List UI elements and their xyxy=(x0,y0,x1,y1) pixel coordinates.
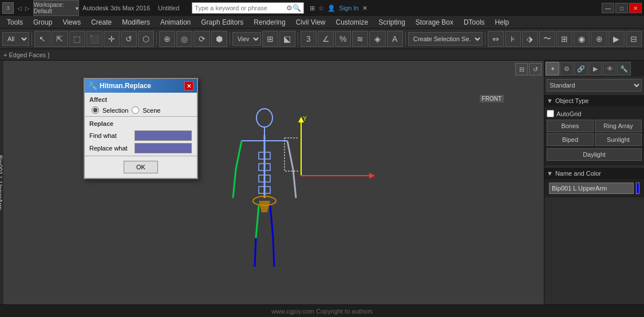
mirror-tool[interactable]: ⬕ xyxy=(279,31,295,47)
viewport-maximize-btn[interactable]: ⊟ xyxy=(515,63,528,76)
sign-in-link[interactable]: Sign In xyxy=(339,5,358,11)
menu-dtools[interactable]: DTools xyxy=(459,17,489,27)
search-options-icon[interactable]: ⊞ xyxy=(310,5,315,12)
angle-snap-tool[interactable]: ∠ xyxy=(318,31,334,47)
autogrid-checkbox[interactable] xyxy=(547,110,554,117)
hierarchy-tab[interactable]: 🔗 xyxy=(574,62,588,76)
viewport[interactable]: ⊟ ↺ FRONT Y xyxy=(3,61,544,304)
name-color-header[interactable]: ▼ Name and Color xyxy=(544,168,644,179)
scale-tool[interactable]: ⬡ xyxy=(138,31,154,47)
sunlight-btn[interactable]: Sunlight xyxy=(595,133,642,146)
undo-btn[interactable]: ◁ xyxy=(17,5,22,11)
scene-radio[interactable] xyxy=(132,106,139,114)
menu-civil-view[interactable]: Civil View xyxy=(291,17,330,27)
object-name-input[interactable] xyxy=(549,183,634,194)
mirror2-tool[interactable]: ⇔ xyxy=(488,31,504,47)
align-tool[interactable]: ⊧ xyxy=(505,31,521,47)
dialog-close-btn[interactable]: ✕ xyxy=(184,81,193,90)
move-tool[interactable]: ✛ xyxy=(104,31,120,47)
render-setup-tool[interactable]: ⊕ xyxy=(591,31,607,47)
window-controls: — □ ✕ xyxy=(602,3,642,13)
menu-graph-editors[interactable]: Graph Editors xyxy=(196,17,248,27)
standard-dropdown[interactable]: Standard xyxy=(547,79,642,92)
close-x-icon[interactable]: ✕ xyxy=(362,5,368,12)
menu-animation[interactable]: Animation xyxy=(156,17,195,27)
paint-tool[interactable]: ⬛ xyxy=(86,31,102,47)
menu-storage-box[interactable]: Storage Box xyxy=(411,17,458,27)
search-box[interactable]: ⚙ 🔍 xyxy=(192,2,304,14)
daylight-btn[interactable]: Daylight xyxy=(547,148,642,161)
replace-what-input[interactable] xyxy=(135,143,192,153)
view-dropdown[interactable]: View xyxy=(232,32,261,46)
magnet-tool[interactable]: ◈ xyxy=(369,31,385,47)
selection-radio[interactable] xyxy=(92,106,99,114)
svg-line-3 xyxy=(236,141,242,169)
search-submit-icon: 🔍 xyxy=(293,4,301,12)
lasso-tool[interactable]: ⬚ xyxy=(69,31,85,47)
menu-customize[interactable]: Customize xyxy=(331,17,373,27)
minimize-btn[interactable]: — xyxy=(602,3,614,13)
rotate2-tool[interactable]: ⟳ xyxy=(193,31,210,47)
render-tool[interactable]: ▶ xyxy=(609,31,625,47)
place-tool[interactable]: ⊕ xyxy=(159,31,175,47)
mat-editor-tool[interactable]: ◉ xyxy=(574,31,590,47)
snap-tool[interactable]: ◎ xyxy=(176,31,192,47)
maximize-btn[interactable]: □ xyxy=(615,3,628,13)
menu-group[interactable]: Group xyxy=(29,17,57,27)
ring-array-btn[interactable]: Ring Array xyxy=(595,120,642,132)
display-tab[interactable]: 👁 xyxy=(603,62,617,76)
filter-dropdown[interactable]: All xyxy=(2,32,29,46)
biped-btn[interactable]: Biped xyxy=(547,133,594,146)
layers-tool[interactable]: ⬗ xyxy=(522,31,538,47)
menu-create[interactable]: Create xyxy=(86,17,116,27)
scale2-tool[interactable]: ⬢ xyxy=(211,31,227,47)
ok-button[interactable]: OK xyxy=(124,161,158,173)
standard-dropdown-row: Standard xyxy=(544,77,644,94)
selection-label: Selection xyxy=(102,107,128,114)
object-type-buttons: Bones Ring Array Biped Sunlight Daylight xyxy=(547,120,642,162)
schematic-tool[interactable]: ⊞ xyxy=(556,31,572,47)
bottom-bar: www.cgjoy.com Copyright to authors xyxy=(0,304,644,317)
menu-scripting[interactable]: Scripting xyxy=(374,17,410,27)
text-tool[interactable]: A xyxy=(387,31,403,47)
select-region-tool[interactable]: ⇱ xyxy=(52,31,68,47)
name-color-collapse-icon: ▼ xyxy=(547,170,553,177)
create-tab[interactable]: ✦ xyxy=(546,62,559,76)
viewport-rotate-btn[interactable]: ↺ xyxy=(529,63,542,76)
search-input[interactable] xyxy=(195,5,286,11)
menu-help[interactable]: Help xyxy=(491,17,514,27)
rotate-tool[interactable]: ↺ xyxy=(121,31,137,47)
snap-3d-tool[interactable]: 3 xyxy=(301,31,317,47)
percent-snap-tool[interactable]: % xyxy=(335,31,351,47)
named-selection-dropdown[interactable]: Create Selection Se... xyxy=(408,32,483,46)
bones-btn[interactable]: Bones xyxy=(547,120,594,132)
autogrid-row: AutoGrid xyxy=(547,109,642,118)
select-tool[interactable]: ↖ xyxy=(34,31,50,47)
svg-line-6 xyxy=(293,169,296,198)
object-type-header[interactable]: ▼ Object Type xyxy=(544,95,644,106)
modify-tab[interactable]: ⚙ xyxy=(560,62,574,76)
color-swatch[interactable] xyxy=(636,183,639,194)
pivot-tool[interactable]: ⊞ xyxy=(262,31,278,47)
dialog-divider-1 xyxy=(85,116,197,117)
menu-rendering[interactable]: Rendering xyxy=(249,17,290,27)
curve-editor-tool[interactable]: 〜 xyxy=(539,31,555,47)
menu-modifiers[interactable]: Modifiers xyxy=(117,17,155,27)
title-bar: 3 ◁ ▷ Workspace: Default▾ Autodesk 3ds M… xyxy=(0,0,644,16)
render2-tool[interactable]: ⊟ xyxy=(626,31,642,47)
redo-btn[interactable]: ▷ xyxy=(25,5,30,11)
motion-tab[interactable]: ▶ xyxy=(588,62,602,76)
workspace-dropdown[interactable]: Workspace: Default▾ xyxy=(33,0,79,16)
toolbar-separator-5 xyxy=(405,32,406,46)
svg-line-11 xyxy=(255,238,256,267)
dialog-titlebar: 🔧 Hitman.Replace ✕ xyxy=(85,79,197,93)
name-color-section: ▼ Name and Color xyxy=(544,168,644,197)
user-icon[interactable]: 👤 xyxy=(327,5,335,12)
utilities-tab[interactable]: 🔧 xyxy=(617,62,631,76)
close-btn[interactable]: ✕ xyxy=(629,3,642,13)
star-icon[interactable]: ☆ xyxy=(318,5,324,12)
spinner-snap-tool[interactable]: ≋ xyxy=(352,31,368,47)
menu-views[interactable]: Views xyxy=(58,17,85,27)
find-what-input[interactable] xyxy=(135,130,192,141)
menu-tools[interactable]: Tools xyxy=(2,17,27,27)
